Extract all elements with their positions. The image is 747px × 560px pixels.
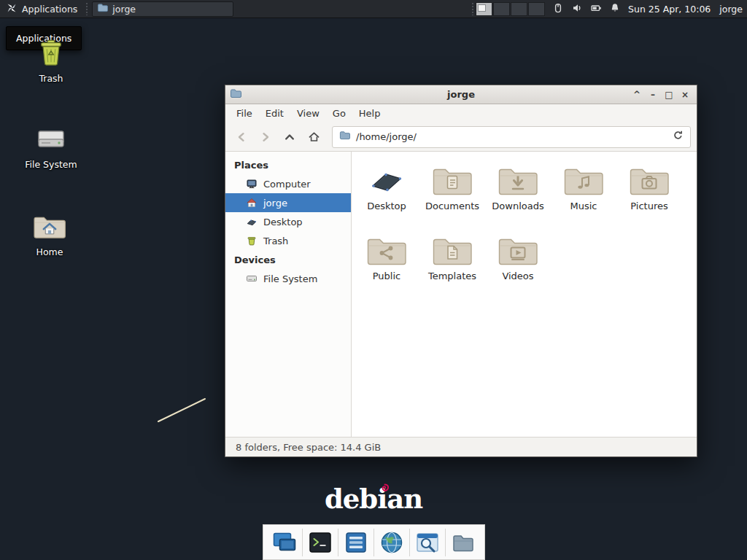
file-list: Desktop Documents xyxy=(352,152,697,437)
battery-icon[interactable] xyxy=(590,2,602,16)
folder-label: Music xyxy=(570,201,597,211)
desktop-icon-label: Trash xyxy=(39,73,63,84)
path-value: /home/jorge/ xyxy=(356,131,667,142)
notifications-bell-icon[interactable] xyxy=(609,2,621,16)
volume-icon[interactable] xyxy=(571,2,583,16)
window-titlebar[interactable]: jorge ^ – □ × xyxy=(225,85,697,104)
sidebar-item-jorge[interactable]: jorge xyxy=(225,193,351,212)
desktop-icon-label: Home xyxy=(36,246,63,257)
folder-label: Templates xyxy=(428,271,476,281)
dock-item-application-finder[interactable] xyxy=(411,526,444,559)
folder-desktop[interactable]: Desktop xyxy=(354,162,419,232)
reload-button[interactable] xyxy=(673,130,684,144)
taskbar-window-button[interactable]: jorge xyxy=(92,1,233,17)
back-button[interactable] xyxy=(231,127,252,147)
folder-videos[interactable]: Videos xyxy=(485,232,551,302)
desktop-pad-icon xyxy=(366,165,407,197)
trash-icon xyxy=(36,36,66,69)
sidebar-item-label: jorge xyxy=(263,198,287,209)
dock-separator xyxy=(409,529,410,556)
folder-pictures[interactable]: Pictures xyxy=(616,162,682,232)
folder-label: Pictures xyxy=(630,201,667,211)
panel-preferences-icon xyxy=(344,530,368,555)
downloads-folder-icon xyxy=(498,165,538,197)
path-folder-icon xyxy=(339,130,350,144)
folder-public[interactable]: Public xyxy=(354,232,419,302)
panel-clock[interactable]: Sun 25 Apr, 10:06 xyxy=(628,4,711,15)
menu-view[interactable]: View xyxy=(290,106,326,121)
dock-item-panel-preferences[interactable] xyxy=(339,526,373,559)
applications-menu-label: Applications xyxy=(22,4,77,15)
documents-folder-icon xyxy=(432,165,473,197)
user-menu[interactable]: jorge xyxy=(719,4,743,15)
debian-logo: debian xyxy=(0,483,747,515)
templates-folder-icon xyxy=(432,235,473,267)
home-folder-icon xyxy=(33,211,66,242)
desktop-icon-filesystem[interactable]: File System xyxy=(20,124,82,170)
dock-item-web-browser[interactable] xyxy=(375,526,409,559)
web-browser-globe-icon xyxy=(379,530,404,555)
dock-separator xyxy=(374,529,374,556)
file-manager-window: jorge ^ – □ × File Edit View Go Help xyxy=(225,85,697,457)
sidebar-header-devices: Devices xyxy=(225,250,351,269)
shade-button[interactable]: ^ xyxy=(630,88,644,101)
minimize-button[interactable]: – xyxy=(646,88,660,101)
videos-folder-icon xyxy=(498,235,538,267)
up-button[interactable] xyxy=(279,127,300,147)
home-icon xyxy=(246,197,258,209)
workspace-4[interactable] xyxy=(528,2,545,16)
dock-separator xyxy=(338,529,338,556)
debian-wordmark: debian xyxy=(325,483,422,515)
folder-label: Downloads xyxy=(492,201,543,211)
desktop-icon-trash[interactable]: Trash xyxy=(20,36,82,84)
forward-button[interactable] xyxy=(255,127,276,147)
music-folder-icon xyxy=(563,165,604,197)
applications-menu-button[interactable]: Applications xyxy=(0,0,83,18)
sidebar-item-file-system[interactable]: File System xyxy=(225,269,351,288)
workspace-3[interactable] xyxy=(511,2,527,16)
sidebar-header-places: Places xyxy=(225,155,351,174)
sidebar-item-label: File System xyxy=(263,273,317,284)
drive-icon xyxy=(35,124,67,155)
folder-music[interactable]: Music xyxy=(551,162,616,232)
folder-label: Videos xyxy=(502,271,533,281)
statusbar: 8 folders, Free space: 14.4 GiB xyxy=(225,437,697,456)
path-entry[interactable]: /home/jorge/ xyxy=(332,126,691,148)
folder-documents[interactable]: Documents xyxy=(419,162,485,232)
menubar: File Edit View Go Help xyxy=(225,104,697,122)
folder-templates[interactable]: Templates xyxy=(419,232,485,302)
sidebar-item-trash[interactable]: Trash xyxy=(225,231,351,250)
menu-go[interactable]: Go xyxy=(326,106,352,121)
dock-item-file-manager[interactable] xyxy=(446,526,480,559)
home-button[interactable] xyxy=(303,127,324,147)
dock-separator xyxy=(445,529,446,556)
sidebar-item-desktop[interactable]: Desktop xyxy=(225,212,351,231)
menu-help[interactable]: Help xyxy=(352,106,387,121)
mouse-settings-icon[interactable] xyxy=(552,2,564,16)
workspace-1[interactable] xyxy=(476,2,492,16)
desktop-icon-label: File System xyxy=(25,159,77,170)
close-button[interactable]: × xyxy=(678,88,692,101)
folder-label: Documents xyxy=(425,201,479,211)
menu-file[interactable]: File xyxy=(230,106,259,121)
menu-edit[interactable]: Edit xyxy=(259,106,290,121)
folder-label: Desktop xyxy=(367,201,406,211)
trash-icon xyxy=(246,235,258,246)
taskbar-window-label: jorge xyxy=(112,4,136,15)
window-body: Places Computer jorge xyxy=(225,152,697,437)
statusbar-text: 8 folders, Free space: 14.4 GiB xyxy=(236,442,381,453)
application-finder-icon xyxy=(415,530,440,555)
pictures-folder-icon xyxy=(629,165,670,197)
sidebar-item-computer[interactable]: Computer xyxy=(225,174,351,193)
desktop-icon-home[interactable]: Home xyxy=(18,211,81,257)
dock-panel xyxy=(263,524,485,560)
dock-item-terminal[interactable] xyxy=(303,526,337,559)
dock-item-display-settings[interactable] xyxy=(268,526,301,559)
workspace-2[interactable] xyxy=(493,2,510,16)
maximize-button[interactable]: □ xyxy=(662,88,676,101)
file-manager-folder-icon xyxy=(451,530,476,555)
folder-downloads[interactable]: Downloads xyxy=(485,162,551,232)
sidebar-item-label: Trash xyxy=(263,236,288,246)
folder-label: Public xyxy=(373,271,400,281)
window-title: jorge xyxy=(225,89,697,100)
